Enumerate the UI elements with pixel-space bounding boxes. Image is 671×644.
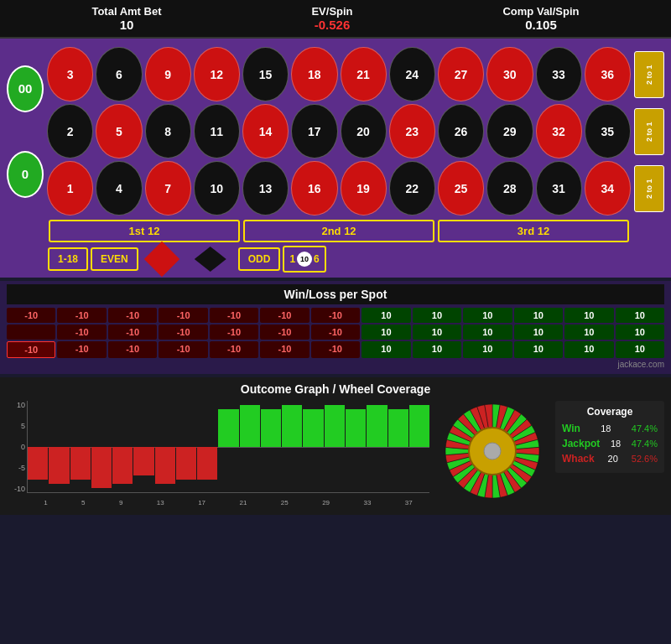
wheel-container <box>438 401 547 501</box>
ev-spin-label: EV/Spin <box>311 5 352 18</box>
winloss-title: Win/Loss per Spot <box>7 284 664 304</box>
col-bet-2[interactable]: 2 to 1 <box>634 108 664 155</box>
number-cell-7[interactable]: 7 <box>145 161 191 216</box>
third-dozen[interactable]: 3rd 12 <box>438 220 629 242</box>
number-cell-14[interactable]: 14 <box>242 104 289 158</box>
whack-pct: 52.6% <box>632 454 658 464</box>
number-cell-3[interactable]: 3 <box>47 47 93 101</box>
number-cell-35[interactable]: 35 <box>585 104 631 158</box>
bar-10 <box>240 401 260 492</box>
number-cell-29[interactable]: 29 <box>486 104 533 158</box>
wl-cell-r2-c12: 10 <box>616 341 664 358</box>
bar-11 <box>261 401 281 492</box>
col-bet-3[interactable]: 2 to 1 <box>634 165 664 212</box>
wl-cell-r1-c10: 10 <box>514 325 563 340</box>
wl-cell-r1-c4: -10 <box>210 325 258 340</box>
red-bet[interactable] <box>141 247 183 272</box>
number-cell-32[interactable]: 32 <box>536 104 582 158</box>
roulette-table: 00 0 36912151821242730333625811141720232… <box>0 39 671 278</box>
wl-cell-r0-c6: -10 <box>311 308 360 323</box>
comp-val-stat: Comp Val/Spin 0.105 <box>502 5 579 32</box>
number-cell-6[interactable]: 6 <box>96 47 142 101</box>
number-cell-34[interactable]: 34 <box>585 161 631 216</box>
wl-cell-r0-c4: -10 <box>210 308 258 323</box>
stats-header: Total Amt Bet 10 EV/Spin -0.526 Comp Val… <box>0 0 671 39</box>
number-cell-36[interactable]: 36 <box>585 47 631 101</box>
number-cell-22[interactable]: 22 <box>389 161 435 216</box>
odd-bet[interactable]: ODD <box>238 247 281 271</box>
number-cell-28[interactable]: 28 <box>486 161 533 216</box>
number-cell-26[interactable]: 26 <box>438 104 484 158</box>
wl-cell-r1-c1: -10 <box>57 325 106 340</box>
number-cell-12[interactable]: 12 <box>194 47 240 101</box>
bar-14 <box>325 401 345 492</box>
x-axis-labels: 15913172125293337 <box>27 495 429 510</box>
bar-16 <box>367 401 387 492</box>
high-bet[interactable]: 1 10 6 <box>283 246 325 273</box>
wl-cell-r0-c9: 10 <box>463 308 512 323</box>
number-cell-19[interactable]: 19 <box>341 161 387 216</box>
number-cell-11[interactable]: 11 <box>194 104 240 158</box>
number-cell-16[interactable]: 16 <box>291 161 337 216</box>
number-cell-23[interactable]: 23 <box>389 104 435 158</box>
even-bet[interactable]: EVEN <box>91 247 138 271</box>
number-cell-25[interactable]: 25 <box>438 161 484 216</box>
high-label-2: 6 <box>314 253 320 265</box>
number-cell-9[interactable]: 9 <box>145 47 191 101</box>
winloss-grid: -10-10-10-10-10-10-10101010101010-10-10-… <box>7 308 664 358</box>
number-cell-4[interactable]: 4 <box>96 161 142 216</box>
number-cell-1[interactable]: 1 <box>47 161 93 216</box>
number-cell-15[interactable]: 15 <box>242 47 289 101</box>
single-zero-cell[interactable]: 0 <box>7 151 44 198</box>
comp-val-label: Comp Val/Spin <box>502 5 579 18</box>
double-zero-cell[interactable]: 00 <box>7 65 44 112</box>
black-bet[interactable] <box>185 247 236 272</box>
coverage-panel: Coverage Win 18 47.4% Jackpot 18 47.4% W… <box>555 401 664 473</box>
number-cell-21[interactable]: 21 <box>341 47 387 101</box>
first-dozen[interactable]: 1st 12 <box>49 220 240 242</box>
y-label-5: 5 <box>7 422 25 430</box>
number-cell-13[interactable]: 13 <box>242 161 289 216</box>
number-cell-5[interactable]: 5 <box>96 104 142 158</box>
bar-5 <box>133 401 153 492</box>
number-cell-20[interactable]: 20 <box>341 104 387 158</box>
bar-8 <box>197 401 217 492</box>
wl-cell-r2-c11: 10 <box>564 341 613 358</box>
total-amt-bet-stat: Total Amt Bet 10 <box>91 5 161 32</box>
wl-cell-r0-c2: -10 <box>108 308 157 323</box>
wl-cell-r0-c7: 10 <box>362 308 410 323</box>
x-label-17: 17 <box>198 499 205 506</box>
number-cell-17[interactable]: 17 <box>291 104 337 158</box>
number-cell-30[interactable]: 30 <box>486 47 533 101</box>
x-label-9: 9 <box>119 499 122 506</box>
ev-spin-stat: EV/Spin -0.526 <box>311 5 352 32</box>
x-label-33: 33 <box>363 499 371 506</box>
number-cell-8[interactable]: 8 <box>145 104 191 158</box>
number-cell-18[interactable]: 18 <box>291 47 337 101</box>
wl-cell-r1-c9: 10 <box>463 325 512 340</box>
y-label-0: 0 <box>7 443 25 451</box>
wl-cell-r2-c3: -10 <box>159 341 207 358</box>
number-cell-31[interactable]: 31 <box>536 161 582 216</box>
number-cell-2[interactable]: 2 <box>47 104 93 158</box>
outside-bets-row: 1-18 EVEN ODD 1 10 6 <box>7 246 664 273</box>
bar-chart <box>27 401 429 493</box>
outcome-section: Outcome Graph / Wheel Coverage 1050-5-10… <box>0 377 671 515</box>
wl-cell-r1-c12: 10 <box>616 325 664 340</box>
number-cell-24[interactable]: 24 <box>389 47 435 101</box>
win-pct: 47.4% <box>632 423 658 434</box>
wl-cell-r2-c2: -10 <box>108 341 157 358</box>
number-cell-27[interactable]: 27 <box>438 47 484 101</box>
col-bet-1[interactable]: 2 to 1 <box>634 51 664 98</box>
wl-cell-r2-c5: -10 <box>260 341 309 358</box>
second-dozen[interactable]: 2nd 12 <box>243 220 434 242</box>
whack-coverage-row: Whack 20 52.6% <box>562 453 658 465</box>
number-cell-33[interactable]: 33 <box>536 47 582 101</box>
wl-cell-r2-c10: 10 <box>514 341 563 358</box>
wl-cell-r1-c8: 10 <box>413 325 461 340</box>
number-cell-10[interactable]: 10 <box>194 161 240 216</box>
wl-cell-r2-c7: 10 <box>362 341 410 358</box>
wl-cell-r1-c3: -10 <box>159 325 207 340</box>
low-bet[interactable]: 1-18 <box>48 247 88 271</box>
wl-cell-r0-c11: 10 <box>564 308 613 323</box>
